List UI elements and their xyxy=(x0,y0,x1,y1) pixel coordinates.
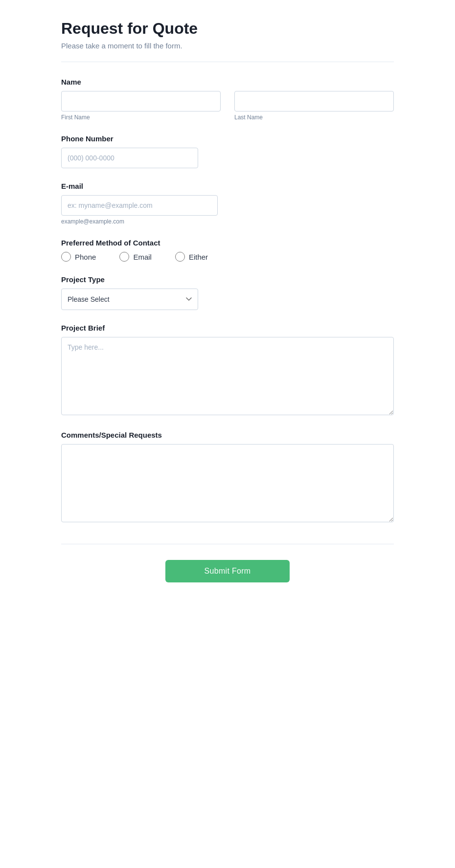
radio-either[interactable] xyxy=(175,252,185,262)
name-row: First Name Last Name xyxy=(61,91,394,121)
name-label: Name xyxy=(61,78,394,86)
project-brief-section: Project Brief xyxy=(61,324,394,417)
radio-email-label: Email xyxy=(133,253,152,261)
footer-divider xyxy=(61,544,394,544)
contact-section: Preferred Method of Contact Phone Email … xyxy=(61,239,394,262)
name-section: Name First Name Last Name xyxy=(61,78,394,121)
page-subtitle: Please take a moment to fill the form. xyxy=(61,42,394,50)
phone-label: Phone Number xyxy=(61,134,394,143)
project-brief-textarea[interactable] xyxy=(61,337,394,415)
page-header: Request for Quote Please take a moment t… xyxy=(61,20,394,50)
email-input[interactable] xyxy=(61,195,218,216)
comments-section: Comments/Special Requests xyxy=(61,431,394,524)
project-type-label: Project Type xyxy=(61,275,394,284)
email-section: E-mail example@example.com xyxy=(61,182,394,225)
radio-email[interactable] xyxy=(119,252,129,262)
submit-button[interactable]: Submit Form xyxy=(165,560,290,582)
first-name-sublabel: First Name xyxy=(61,114,221,121)
first-name-input[interactable] xyxy=(61,91,221,111)
contact-label: Preferred Method of Contact xyxy=(61,239,394,247)
email-hint: example@example.com xyxy=(61,218,394,225)
phone-input[interactable] xyxy=(61,148,198,168)
last-name-field: Last Name xyxy=(234,91,394,121)
radio-phone-label: Phone xyxy=(75,253,96,261)
contact-option-email[interactable]: Email xyxy=(119,252,152,262)
radio-either-label: Either xyxy=(189,253,208,261)
project-brief-label: Project Brief xyxy=(61,324,394,332)
header-divider xyxy=(61,62,394,62)
project-type-section: Project Type Please Select Web Design Gr… xyxy=(61,275,394,310)
email-label: E-mail xyxy=(61,182,394,190)
rfq-form: Name First Name Last Name Phone Number E… xyxy=(61,78,394,582)
phone-section: Phone Number xyxy=(61,134,394,168)
first-name-field: First Name xyxy=(61,91,221,121)
last-name-sublabel: Last Name xyxy=(234,114,394,121)
comments-textarea[interactable] xyxy=(61,444,394,522)
contact-option-phone[interactable]: Phone xyxy=(61,252,96,262)
last-name-input[interactable] xyxy=(234,91,394,111)
comments-label: Comments/Special Requests xyxy=(61,431,394,439)
radio-phone[interactable] xyxy=(61,252,71,262)
page-title: Request for Quote xyxy=(61,20,394,38)
contact-option-either[interactable]: Either xyxy=(175,252,208,262)
submit-container: Submit Form xyxy=(61,560,394,582)
contact-radio-group: Phone Email Either xyxy=(61,252,394,262)
project-type-select[interactable]: Please Select Web Design Graphic Design … xyxy=(61,289,198,310)
